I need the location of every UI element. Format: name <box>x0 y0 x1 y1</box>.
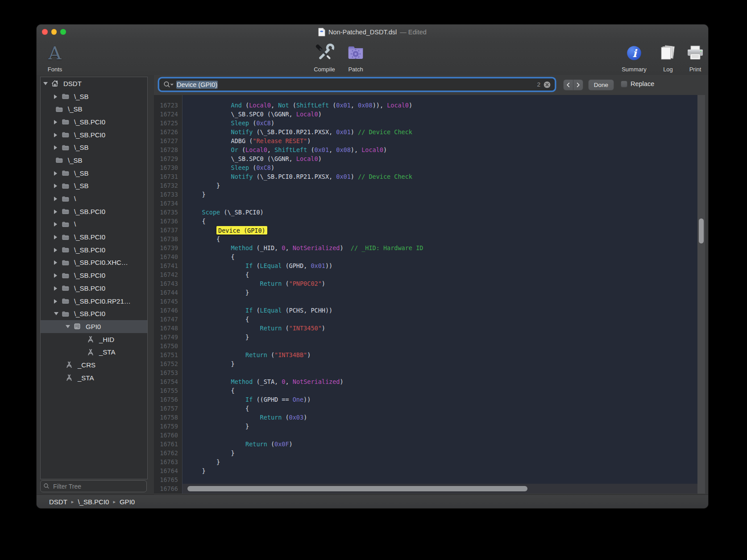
tree-item-sbpci0[interactable]: \_SB.PCI0 <box>41 231 147 243</box>
disclosure-closed-icon[interactable] <box>54 208 60 215</box>
line-number: 16739 <box>154 243 182 252</box>
tree-item-sb[interactable]: \_SB <box>41 167 147 180</box>
tree-item-sbpci0xhc[interactable]: \_SB.PCI0.XHC… <box>41 256 147 269</box>
tree-item-sta[interactable]: _STA <box>41 371 147 384</box>
tree-item-sbpci0[interactable]: \_SB.PCI0 <box>41 307 147 320</box>
tree-item-sb[interactable]: \_SB <box>41 154 147 167</box>
disclosure-closed-icon[interactable] <box>54 246 60 254</box>
tree-item-sb[interactable]: \_SB <box>41 141 147 154</box>
breadcrumb-item[interactable]: GPI0 <box>120 498 135 506</box>
code-line-16732: } <box>183 181 697 190</box>
tree-item-sbpci0[interactable]: \_SB.PCI0 <box>41 269 147 282</box>
disclosure-open-icon[interactable] <box>54 310 60 317</box>
tree-item-sbpci0[interactable]: \_SB.PCI0 <box>41 115 147 128</box>
tree-item-sbpci0[interactable]: \_SB.PCI0 <box>41 282 147 295</box>
line-number: 16741 <box>154 261 182 270</box>
disclosure-closed-icon[interactable] <box>54 131 60 139</box>
tree-item-[interactable]: \ <box>41 192 147 205</box>
line-number: 16727 <box>154 136 182 145</box>
line-number: 16728 <box>154 145 182 154</box>
method-icon <box>86 348 96 357</box>
code-line-16752: } <box>183 359 697 368</box>
breadcrumb-item[interactable]: DSDT <box>49 498 67 506</box>
disclosure-closed-icon[interactable] <box>54 195 60 202</box>
print-button[interactable]: Print <box>675 41 708 73</box>
disclosure-closed-icon[interactable] <box>54 93 60 100</box>
find-previous-button[interactable] <box>564 80 573 90</box>
line-number: 16751 <box>154 350 182 359</box>
horizontal-scrollbar[interactable] <box>183 484 697 494</box>
code-content[interactable]: And (Local0, Not (ShiftLeft (0x01, 0x08)… <box>183 95 697 494</box>
disclosure-closed-icon[interactable] <box>54 259 60 266</box>
tree-item-label: \_SB.PCI0 <box>74 246 105 254</box>
search-highlight: Device (GPI0) <box>216 226 267 235</box>
clear-search-icon[interactable] <box>544 81 551 88</box>
tree-item-sb[interactable]: \_SB <box>41 103 147 115</box>
tree-item-label: \_SB <box>74 93 89 100</box>
code-line-16744: } <box>183 288 697 297</box>
line-number: 16761 <box>154 440 182 449</box>
code-line-16762: } <box>183 449 697 457</box>
folder-icon <box>55 156 65 165</box>
done-button[interactable]: Done <box>588 79 614 91</box>
filter-tree-input[interactable] <box>52 482 144 490</box>
breadcrumb-item[interactable]: \_SB.PCI0 <box>78 498 109 506</box>
summary-icon: i <box>625 41 643 65</box>
code-line-16748: Return ("INT3450") <box>183 324 697 333</box>
patch-button[interactable]: Patch <box>336 41 376 73</box>
compile-icon <box>314 41 335 65</box>
disclosure-closed-icon[interactable] <box>54 233 60 241</box>
code-line-16753 <box>183 368 697 377</box>
replace-checkbox[interactable] <box>621 81 627 87</box>
vertical-scrollbar[interactable] <box>697 95 705 494</box>
code-line-16751: Return ("INT34BB") <box>183 350 697 359</box>
line-number: 16745 <box>154 297 182 306</box>
document-icon <box>318 28 325 37</box>
minimize-button[interactable] <box>51 29 57 35</box>
tree-item-sb[interactable]: \_SB <box>41 180 147 193</box>
tree-item-sbpci0rp21[interactable]: \_SB.PCI0.RP21… <box>41 295 147 308</box>
tree-item-crs[interactable]: _CRS <box>41 358 147 371</box>
find-nav-segment <box>563 79 583 91</box>
code-line-16757: { <box>183 404 697 413</box>
disclosure-open-icon[interactable] <box>43 80 50 87</box>
close-button[interactable] <box>42 29 48 35</box>
folder-icon <box>61 92 71 101</box>
disclosure-closed-icon[interactable] <box>54 220 60 228</box>
tree-item-sbpci0[interactable]: \_SB.PCI0 <box>41 243 147 256</box>
tree-item-sta[interactable]: _STA <box>41 346 147 358</box>
disclosure-open-icon[interactable] <box>66 323 72 330</box>
tree-item-sb[interactable]: \_SB <box>41 90 147 103</box>
code-line-16738: { <box>183 235 697 243</box>
code-editor: 1672316724167251672616727167281672916730… <box>154 95 705 494</box>
search-input[interactable]: Device (GPI0) 2 <box>159 78 555 91</box>
disclosure-closed-icon[interactable] <box>54 297 60 305</box>
tree-item-hid[interactable]: _HID <box>41 333 147 346</box>
tree-item-sbpci0[interactable]: \_SB.PCI0 <box>41 205 147 218</box>
tree-item-gpi0[interactable]: GPI0 <box>41 320 147 333</box>
sidebar: DSDT\_SB\_SB\_SB.PCI0\_SB.PCI0\_SB\_SB\_… <box>37 75 154 495</box>
folder-icon <box>61 181 71 190</box>
search-icon[interactable] <box>163 81 174 88</box>
line-number: 16734 <box>154 199 182 208</box>
disclosure-closed-icon[interactable] <box>54 272 60 279</box>
tree-item-dsdt[interactable]: DSDT <box>41 77 147 90</box>
code-line-16730: Sleep (0xC8) <box>183 163 697 172</box>
folder-icon <box>61 143 71 152</box>
title-bar: Non-Patched_DSDT.dsl — Edited <box>37 25 708 39</box>
find-next-button[interactable] <box>573 80 583 90</box>
zoom-button[interactable] <box>60 29 66 35</box>
code-line-16754: Method (_STA, 0, NotSerialized) <box>183 377 697 386</box>
tree-item-sbpci0[interactable]: \_SB.PCI0 <box>41 128 147 141</box>
disclosure-closed-icon[interactable] <box>54 169 60 177</box>
tree-item-[interactable]: \ <box>41 218 147 231</box>
disclosure-closed-icon[interactable] <box>54 284 60 292</box>
disclosure-closed-icon[interactable] <box>54 118 60 126</box>
vertical-scrollbar-thumb[interactable] <box>699 218 704 243</box>
fonts-button[interactable]: A Fonts <box>37 41 75 73</box>
window-title-group: Non-Patched_DSDT.dsl — Edited <box>318 28 427 37</box>
line-number: 16737 <box>154 226 182 235</box>
disclosure-closed-icon[interactable] <box>54 182 60 189</box>
horizontal-scrollbar-thumb[interactable] <box>187 486 527 491</box>
disclosure-closed-icon[interactable] <box>54 144 60 151</box>
